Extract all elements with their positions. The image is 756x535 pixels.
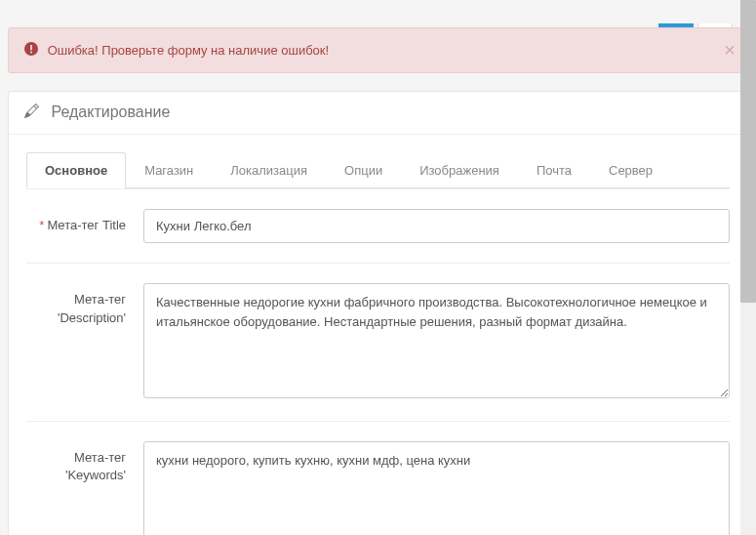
label-meta-title: *Мета-тег Title: [26, 209, 143, 234]
form-row-meta-title: *Мета-тег Title: [26, 188, 730, 263]
error-alert: Ошибка! Проверьте форму на наличие ошибо…: [8, 27, 748, 73]
meta-title-input[interactable]: [143, 209, 730, 243]
edit-panel: Редактирование Основное Магазин Локализа…: [8, 91, 748, 535]
tabs: Основное Магазин Локализация Опции Изобр…: [26, 152, 730, 188]
pencil-icon: [24, 103, 39, 122]
alert-close-button[interactable]: ×: [724, 40, 736, 60]
meta-description-textarea[interactable]: [143, 283, 730, 398]
tab-images[interactable]: Изображения: [401, 152, 518, 188]
scrollbar-thumb[interactable]: [740, 0, 756, 303]
svg-rect-2: [30, 52, 32, 54]
scrollbar-track[interactable]: [740, 0, 756, 535]
form-row-meta-keywords: Мета-тег 'Keywords': [26, 421, 730, 535]
svg-rect-1: [30, 45, 32, 50]
exclamation-circle-icon: [24, 42, 38, 59]
tab-server[interactable]: Сервер: [590, 152, 671, 188]
meta-keywords-textarea[interactable]: [143, 441, 730, 535]
panel-title: Редактирование: [51, 103, 170, 120]
tab-main[interactable]: Основное: [26, 152, 126, 188]
tab-options[interactable]: Опции: [326, 152, 401, 188]
alert-text: Ошибка! Проверьте форму на наличие ошибо…: [48, 43, 330, 58]
required-marker: *: [39, 218, 44, 232]
tab-localization[interactable]: Локализация: [212, 152, 326, 188]
form-row-meta-description: Мета-тег 'Description': [26, 263, 730, 421]
tab-mail[interactable]: Почта: [518, 152, 590, 188]
label-meta-description: Мета-тег 'Description': [26, 283, 143, 326]
tab-store[interactable]: Магазин: [126, 152, 212, 188]
panel-heading: Редактирование: [9, 92, 747, 135]
label-meta-keywords: Мета-тег 'Keywords': [26, 441, 143, 484]
